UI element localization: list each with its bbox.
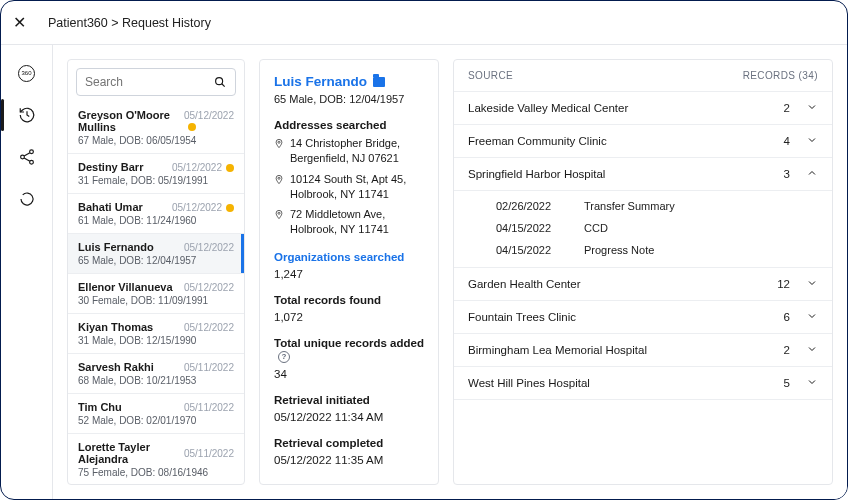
patient-list-item[interactable]: Luis Fernando05/12/202265 Male, DOB: 12/… bbox=[68, 234, 244, 274]
source-name: Fountain Trees Clinic bbox=[468, 311, 748, 323]
request-date: 05/12/2022 bbox=[172, 202, 234, 213]
unique-records-label: Total unique records added? bbox=[274, 337, 424, 363]
patient-sub: 52 Male, DOB: 02/01/1970 bbox=[78, 415, 234, 426]
total-records-value: 1,072 bbox=[274, 311, 424, 323]
chevron-down-icon bbox=[790, 134, 818, 148]
patient-demographics: 65 Male, DOB: 12/04/1957 bbox=[274, 93, 424, 105]
nav-share-icon[interactable] bbox=[15, 145, 39, 169]
svg-point-7 bbox=[278, 141, 280, 143]
chevron-down-icon bbox=[790, 101, 818, 115]
source-row[interactable]: West Hill Pines Hospital5 bbox=[454, 367, 832, 400]
patient-name: Ellenor Villanueva bbox=[78, 281, 173, 293]
completed-label: Retrieval completed bbox=[274, 437, 424, 449]
request-date: 05/12/2022 bbox=[184, 282, 234, 293]
address-row: 72 Middletown Ave, Holbrook, NY 11741 bbox=[274, 207, 424, 237]
patient-name: Sarvesh Rakhi bbox=[78, 361, 154, 373]
column-source: SOURCE bbox=[468, 70, 513, 81]
address-text: 72 Middletown Ave, Holbrook, NY 11741 bbox=[290, 207, 424, 237]
document-row[interactable]: 04/15/2022Progress Note bbox=[454, 239, 832, 261]
document-row[interactable]: 02/26/2022Transfer Summary bbox=[454, 195, 832, 217]
pending-dot-icon bbox=[188, 123, 196, 131]
document-date: 04/15/2022 bbox=[496, 244, 584, 256]
request-date: 05/12/2022 bbox=[184, 242, 234, 253]
source-count: 6 bbox=[748, 311, 790, 323]
patient-list-item[interactable]: Sarvesh Rakhi05/11/202268 Male, DOB: 10/… bbox=[68, 354, 244, 394]
request-date: 05/12/2022 bbox=[184, 110, 234, 132]
svg-point-2 bbox=[29, 160, 33, 164]
source-row[interactable]: Fountain Trees Clinic6 bbox=[454, 301, 832, 334]
patient-list-item[interactable]: Bahati Umar05/12/202261 Male, DOB: 11/24… bbox=[68, 194, 244, 234]
request-date: 05/11/2022 bbox=[184, 362, 234, 373]
nav-360-icon[interactable]: 360 bbox=[15, 61, 39, 85]
svg-line-4 bbox=[24, 158, 30, 161]
source-row[interactable]: Springfield Harbor Hospital3 bbox=[454, 158, 832, 191]
address-text: 14 Christopher Bridge, Bergenfield, NJ 0… bbox=[290, 136, 424, 166]
patient-sub: 75 Female, DOB: 08/16/1946 bbox=[78, 467, 234, 478]
source-row[interactable]: Birmingham Lea Memorial Hospital2 bbox=[454, 334, 832, 367]
records-panel: SOURCE RECORDS (34) Lakeside Valley Medi… bbox=[453, 59, 833, 485]
patient-sub: 61 Male, DOB: 11/24/1960 bbox=[78, 215, 234, 226]
nav-history-icon[interactable] bbox=[15, 103, 39, 127]
address-text: 10124 South St, Apt 45, Holbrook, NY 117… bbox=[290, 172, 424, 202]
document-type: Progress Note bbox=[584, 244, 654, 256]
source-count: 3 bbox=[748, 168, 790, 180]
patient-list-item[interactable]: Tim Chu05/11/202252 Male, DOB: 02/01/197… bbox=[68, 394, 244, 434]
app-header: ✕ Patient360 > Request History bbox=[1, 1, 847, 45]
patient-sub: 31 Male, DOB: 12/15/1990 bbox=[78, 335, 234, 346]
orgs-searched-label[interactable]: Organizations searched bbox=[274, 251, 424, 263]
patient-name: Greyson O'Moore Mullins bbox=[78, 109, 184, 133]
total-records-label: Total records found bbox=[274, 294, 424, 306]
search-icon bbox=[213, 75, 227, 89]
patient-list-item[interactable]: Lorette Tayler Alejandra05/11/202275 Fem… bbox=[68, 434, 244, 484]
source-row[interactable]: Freeman Community Clinic4 bbox=[454, 125, 832, 158]
svg-line-6 bbox=[222, 84, 225, 87]
pin-icon bbox=[274, 173, 284, 202]
addresses-title: Addresses searched bbox=[274, 119, 424, 131]
folder-icon[interactable] bbox=[373, 77, 385, 87]
patient-sub: 31 Female, DOB: 05/19/1991 bbox=[78, 175, 234, 186]
source-count: 5 bbox=[748, 377, 790, 389]
search-input[interactable] bbox=[85, 75, 205, 89]
initiated-value: 05/12/2022 11:34 AM bbox=[274, 411, 424, 423]
patient-list-item[interactable]: Greyson O'Moore Mullins05/12/202267 Male… bbox=[68, 102, 244, 154]
source-count: 2 bbox=[748, 102, 790, 114]
request-date: 05/12/2022 bbox=[184, 322, 234, 333]
patient-list-item[interactable]: Kiyan Thomas05/12/202231 Male, DOB: 12/1… bbox=[68, 314, 244, 354]
source-expanded: 02/26/2022Transfer Summary04/15/2022CCD0… bbox=[454, 191, 832, 268]
patient-list-item[interactable]: Ellenor Villanueva05/12/202230 Female, D… bbox=[68, 274, 244, 314]
patient-sub: 67 Male, DOB: 06/05/1954 bbox=[78, 135, 234, 146]
source-count: 12 bbox=[748, 278, 790, 290]
close-icon[interactable]: ✕ bbox=[13, 13, 26, 32]
search-input-wrap[interactable] bbox=[76, 68, 236, 96]
svg-line-3 bbox=[24, 153, 30, 156]
initiated-label: Retrieval initiated bbox=[274, 394, 424, 406]
address-row: 14 Christopher Bridge, Bergenfield, NJ 0… bbox=[274, 136, 424, 166]
document-row[interactable]: 04/15/2022CCD bbox=[454, 217, 832, 239]
request-date: 05/11/2022 bbox=[184, 448, 234, 459]
svg-point-5 bbox=[216, 78, 223, 85]
patient-list-item[interactable]: Destiny Barr05/12/202231 Female, DOB: 05… bbox=[68, 154, 244, 194]
nav-refresh-icon[interactable] bbox=[15, 187, 39, 211]
svg-point-1 bbox=[20, 155, 24, 159]
source-name: Springfield Harbor Hospital bbox=[468, 168, 748, 180]
source-name: West Hill Pines Hospital bbox=[468, 377, 748, 389]
source-count: 4 bbox=[748, 135, 790, 147]
patient-list-panel: Greyson O'Moore Mullins05/12/202267 Male… bbox=[67, 59, 245, 485]
chevron-down-icon bbox=[790, 343, 818, 357]
source-row[interactable]: Lakeside Valley Medical Center2 bbox=[454, 92, 832, 125]
pending-dot-icon bbox=[226, 204, 234, 212]
patient-name: Luis Fernando bbox=[78, 241, 154, 253]
address-row: 10124 South St, Apt 45, Holbrook, NY 117… bbox=[274, 172, 424, 202]
request-date: 05/12/2022 bbox=[172, 162, 234, 173]
patient-sub: 68 Male, DOB: 10/21/1953 bbox=[78, 375, 234, 386]
patient-name: Destiny Barr bbox=[78, 161, 143, 173]
source-row[interactable]: Garden Health Center12 bbox=[454, 268, 832, 301]
svg-point-8 bbox=[278, 177, 280, 179]
pending-dot-icon bbox=[226, 164, 234, 172]
source-count: 2 bbox=[748, 344, 790, 356]
chevron-down-icon bbox=[790, 376, 818, 390]
nav-rail: 360 bbox=[1, 45, 53, 499]
document-type: CCD bbox=[584, 222, 608, 234]
help-icon[interactable]: ? bbox=[278, 351, 290, 363]
chevron-up-icon bbox=[790, 167, 818, 181]
